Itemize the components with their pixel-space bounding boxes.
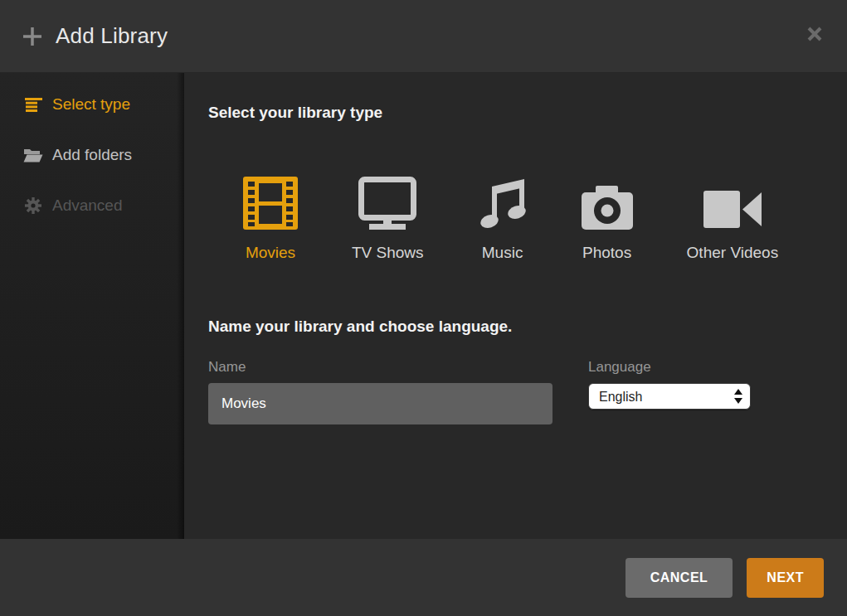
library-type-movies[interactable]: Movies xyxy=(243,176,298,262)
name-language-form: Name Language English xyxy=(208,359,847,424)
library-type-other-videos[interactable]: Other Videos xyxy=(687,176,779,262)
cancel-button[interactable]: CANCEL xyxy=(626,558,733,598)
sidebar-item-add-folders[interactable]: Add folders xyxy=(0,137,184,173)
sidebar-item-advanced[interactable]: Advanced xyxy=(0,187,184,224)
dialog-header: Add Library xyxy=(0,0,847,73)
next-button[interactable]: NEXT xyxy=(747,558,824,598)
name-language-heading: Name your library and choose language. xyxy=(208,315,847,337)
language-select-wrap: English xyxy=(588,383,751,410)
library-type-photos[interactable]: Photos xyxy=(582,176,633,262)
camera-icon xyxy=(582,176,633,230)
language-field-group: Language English xyxy=(588,359,751,424)
library-type-label: Movies xyxy=(246,244,295,262)
film-icon xyxy=(243,176,298,230)
library-type-label: Other Videos xyxy=(687,244,779,262)
name-label: Name xyxy=(208,359,552,376)
library-type-label: TV Shows xyxy=(352,244,424,262)
library-type-tv-shows[interactable]: TV Shows xyxy=(352,176,424,262)
language-select[interactable]: English xyxy=(588,383,751,410)
video-camera-icon xyxy=(703,176,762,230)
sidebar-item-label: Select type xyxy=(52,95,130,114)
close-button[interactable] xyxy=(806,25,824,43)
language-label: Language xyxy=(588,359,751,376)
tv-icon xyxy=(358,176,416,230)
music-note-icon xyxy=(478,176,528,230)
dialog-footer: CANCEL NEXT xyxy=(0,539,847,616)
wizard-sidebar: Select type Add folders xyxy=(0,73,184,539)
name-field-group: Name xyxy=(208,359,552,424)
add-library-dialog: Add Library Select type xyxy=(0,0,847,616)
main-panel: Select your library type xyxy=(184,73,847,539)
library-type-label: Music xyxy=(482,244,523,262)
gear-icon xyxy=(23,197,43,214)
plus-icon xyxy=(23,27,41,46)
library-type-music[interactable]: Music xyxy=(478,176,528,262)
sidebar-item-label: Add folders xyxy=(52,146,132,164)
select-type-heading: Select your library type xyxy=(208,101,847,124)
folder-icon xyxy=(23,148,43,162)
dialog-body: Select type Add folders xyxy=(0,73,847,539)
sidebar-item-label: Advanced xyxy=(52,196,123,215)
dialog-title: Add Library xyxy=(56,23,168,49)
library-name-input[interactable] xyxy=(208,383,552,424)
library-type-row: Movies TV Shows xyxy=(243,176,847,262)
library-type-label: Photos xyxy=(582,244,631,262)
sidebar-item-select-type[interactable]: Select type xyxy=(0,86,184,123)
list-icon xyxy=(23,98,43,112)
close-icon xyxy=(807,27,822,41)
